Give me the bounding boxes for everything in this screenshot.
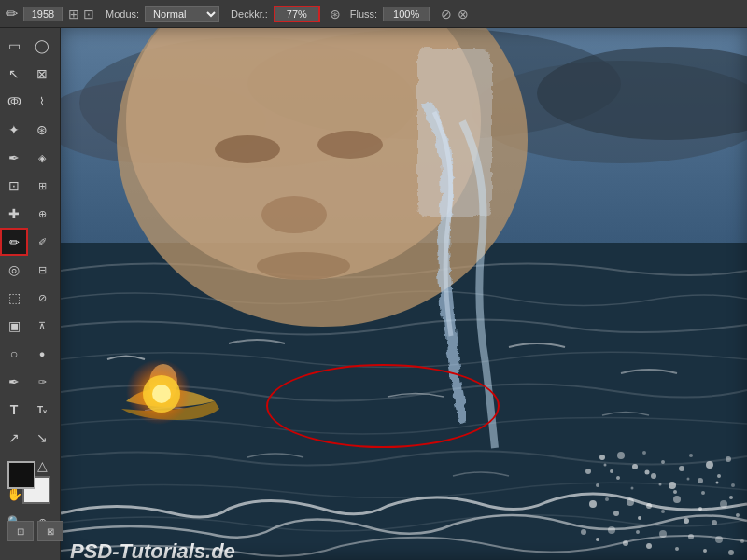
svg-point-20 <box>617 452 625 459</box>
svg-point-34 <box>585 469 591 474</box>
lasso-tool[interactable]: ↂ <box>0 88 28 116</box>
brush-tool[interactable]: ✏ <box>0 228 28 256</box>
canvas-area[interactable]: PSD-Tutorials.de <box>61 28 747 560</box>
color-sampler-tool[interactable]: ◈ <box>28 144 56 172</box>
clone-stamp-tool[interactable]: ◎ <box>0 256 28 284</box>
svg-point-70 <box>729 496 733 499</box>
svg-point-55 <box>675 547 679 551</box>
type-tool[interactable]: T <box>0 396 28 424</box>
brush-tool-icon: ✏ <box>6 5 18 22</box>
svg-point-41 <box>661 510 665 513</box>
waves-svg: PSD-Tutorials.de <box>61 28 747 560</box>
brush-size-input[interactable]: 1958 <box>23 7 63 21</box>
magic-wand-tool[interactable]: ✦ <box>0 116 28 144</box>
svg-point-28 <box>698 478 703 483</box>
svg-point-32 <box>731 483 735 487</box>
svg-point-51 <box>623 540 628 546</box>
mode-dropdown[interactable]: Normal Multiplizieren Bildschirm Überlag… <box>145 6 219 22</box>
artboard-tool[interactable]: ⊠ <box>28 60 56 88</box>
burn-tool[interactable]: ● <box>28 340 56 368</box>
airbrush-icon[interactable]: ⊛ <box>330 7 341 21</box>
svg-point-36 <box>605 497 609 501</box>
move-tool[interactable]: ↖ <box>0 60 28 88</box>
selection-tools: ✦ ⊛ <box>0 116 60 144</box>
crop-tool[interactable]: ⊡ <box>0 172 28 200</box>
pattern-stamp-tool[interactable]: ⊟ <box>28 256 56 284</box>
eraser-tool[interactable]: ⬚ <box>0 284 28 312</box>
tablet-icon[interactable]: ⊗ <box>458 7 469 21</box>
healing-tools: ✚ ⊕ <box>0 200 60 228</box>
standard-mode-button[interactable]: ⊡ <box>7 521 34 541</box>
pressure-icon[interactable]: ⊘ <box>441 7 452 21</box>
foreground-color-swatch[interactable] <box>7 461 35 489</box>
spot-healing-tool[interactable]: ✚ <box>0 200 28 228</box>
svg-point-66 <box>673 490 677 494</box>
eraser-tools: ⬚ ⊘ <box>0 284 60 312</box>
color-swatches[interactable] <box>7 461 50 504</box>
svg-point-54 <box>659 530 667 538</box>
left-toolbar: ▭ ◯ ↖ ⊠ ↂ ⌇ ✦ ⊛ ✒ ◈ ⊡ ⊞ ✚ ⊕ ✏ ✐ ◎ ⊟ ⬚ <box>0 28 61 560</box>
svg-point-42 <box>673 496 681 503</box>
slice-tool[interactable]: ⊞ <box>28 172 56 200</box>
svg-point-21 <box>632 464 638 469</box>
svg-point-43 <box>684 518 689 524</box>
crop-tools: ⊡ ⊞ <box>0 172 60 200</box>
stamp-tools: ◎ ⊟ <box>0 256 60 284</box>
svg-rect-13 <box>416 47 490 215</box>
svg-point-52 <box>636 530 640 534</box>
direct-select-tool[interactable]: ↘ <box>28 424 56 452</box>
paint-bucket-tool[interactable]: ⊼ <box>28 312 56 340</box>
screen-mode-button[interactable]: ⊠ <box>37 521 63 541</box>
brush-settings-icons: ⊞ ⊡ <box>68 7 94 21</box>
pencil-tool[interactable]: ✐ <box>28 228 56 256</box>
opacity-input[interactable]: 77% <box>274 6 320 22</box>
poly-lasso-tool[interactable]: ⌇ <box>28 88 56 116</box>
rect-marquee-tool[interactable]: ▭ <box>0 32 28 60</box>
quick-select-tool[interactable]: ⊛ <box>28 116 56 144</box>
svg-point-65 <box>659 483 662 486</box>
brush-tools: ✏ ✐ <box>0 228 60 256</box>
svg-point-64 <box>645 470 650 475</box>
svg-point-57 <box>703 549 707 553</box>
svg-point-23 <box>651 473 656 479</box>
bg-eraser-tool[interactable]: ⊘ <box>28 284 56 312</box>
svg-point-9 <box>261 196 327 233</box>
svg-point-56 <box>688 534 694 539</box>
fill-tools: ▣ ⊼ <box>0 312 60 340</box>
svg-point-26 <box>679 466 684 471</box>
flow-input[interactable]: 100% <box>383 7 430 21</box>
brush-preset-icon[interactable]: ⊞ <box>68 7 79 21</box>
gradient-tool[interactable]: ▣ <box>0 312 28 340</box>
svg-point-22 <box>642 451 646 455</box>
svg-point-61 <box>604 464 607 467</box>
psd-tutorials-text: PSD-Tutorials.de <box>70 539 235 560</box>
svg-point-31 <box>726 456 731 462</box>
brush-option-icon[interactable]: ⊡ <box>83 7 94 21</box>
eyedropper-tool[interactable]: ✒ <box>0 144 28 172</box>
svg-point-35 <box>589 500 597 508</box>
svg-point-60 <box>740 539 744 543</box>
dodge-tool[interactable]: ○ <box>0 340 28 368</box>
ocean-background: PSD-Tutorials.de <box>61 28 747 560</box>
freeform-pen-tool[interactable]: ✑ <box>28 368 56 396</box>
eyedropper-tools: ✒ ◈ <box>0 144 60 172</box>
marquee-tools: ▭ ◯ <box>0 32 60 60</box>
path-select-tool[interactable]: ↗ <box>0 424 28 452</box>
pen-tool[interactable]: ✒ <box>0 368 28 396</box>
toning-tools: ○ ● <box>0 340 60 368</box>
svg-point-49 <box>596 538 599 541</box>
svg-point-44 <box>698 507 702 511</box>
svg-point-67 <box>687 478 690 481</box>
vertical-type-tool[interactable]: Tᵥ <box>28 396 56 424</box>
move-tools: ↖ ⊠ <box>0 60 60 88</box>
top-toolbar: ✏ 1958 ⊞ ⊡ Modus: Normal Multiplizieren … <box>0 0 747 28</box>
healing-brush-tool[interactable]: ⊕ <box>28 200 56 228</box>
svg-point-18 <box>599 455 605 460</box>
svg-point-24 <box>661 460 665 464</box>
svg-point-12 <box>317 131 383 159</box>
svg-point-29 <box>706 461 713 469</box>
ellipse-marquee-tool[interactable]: ◯ <box>28 32 56 60</box>
svg-point-48 <box>581 529 586 535</box>
svg-point-10 <box>257 252 350 280</box>
svg-point-17 <box>152 385 171 403</box>
